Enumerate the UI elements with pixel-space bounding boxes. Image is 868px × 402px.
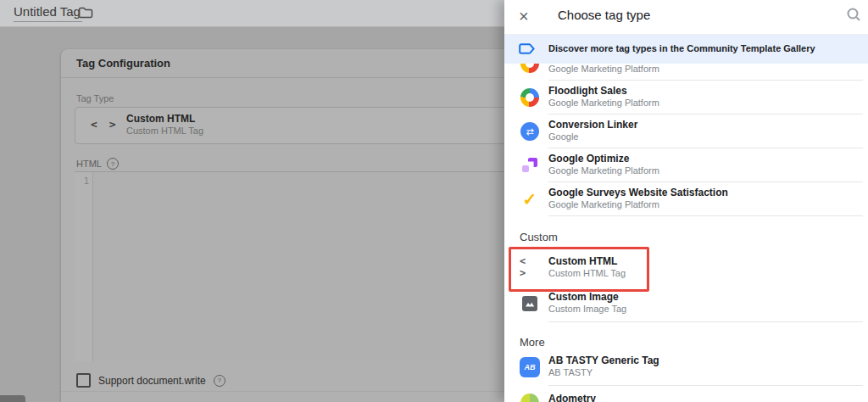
banner-text: Discover more tag types in the Community…: [548, 43, 815, 53]
adometry-icon: [520, 393, 540, 402]
list-item-ab-tasty[interactable]: AB AB TASTY Generic Tag AB TASTY: [504, 350, 868, 386]
editor-line-gutter: 1: [75, 172, 93, 361]
code-icon: < >: [520, 257, 540, 277]
row-divider: [548, 321, 863, 322]
list-item-title: Custom HTML: [548, 255, 617, 267]
code-icon: < >: [91, 118, 118, 131]
section-header-custom: Custom: [520, 231, 558, 243]
list-item-title: Conversion Linker: [548, 119, 637, 131]
row-divider: [548, 80, 863, 81]
line-number: 1: [75, 172, 92, 187]
help-icon[interactable]: ?: [107, 158, 119, 170]
list-item-subtitle: AB TASTY: [548, 367, 593, 377]
list-item-subtitle: Custom HTML Tag: [548, 268, 626, 278]
list-item-google-optimize[interactable]: Google Optimize Google Marketing Platfor…: [504, 148, 868, 182]
list-item-conversion-linker[interactable]: ⇄ Conversion Linker Google: [504, 114, 868, 148]
list-item-custom-image[interactable]: Custom Image Custom Image Tag: [504, 287, 868, 322]
tag-name-input[interactable]: Untitled Tag: [14, 4, 82, 22]
support-document-write-row: Support document.write ?: [76, 373, 225, 388]
support-checkbox[interactable]: [76, 373, 91, 388]
section-header-more: More: [520, 336, 545, 349]
list-item-title: Google Surveys Website Satisfaction: [548, 187, 728, 198]
template-gallery-tag-icon: [519, 42, 536, 59]
close-icon[interactable]: ×: [519, 5, 529, 27]
selected-tag-type-subtitle: Custom HTML Tag: [126, 126, 203, 136]
google-optimize-icon: [520, 155, 540, 176]
support-checkbox-label: Support document.write: [98, 375, 206, 387]
tag-type-label: Tag Type: [76, 93, 114, 103]
image-icon: [520, 293, 540, 314]
search-icon[interactable]: [846, 7, 861, 25]
html-field-label: HTML ?: [76, 158, 119, 170]
conversion-linker-icon: ⇄: [520, 121, 540, 142]
list-item-subtitle: Google Marketing Platform: [548, 64, 659, 74]
list-item-subtitle: Google Marketing Platform: [548, 165, 659, 176]
list-item-title: Adometry: [548, 393, 596, 402]
folder-icon[interactable]: [78, 7, 93, 19]
html-label-text: HTML: [76, 159, 102, 169]
selected-tag-type-title: Custom HTML: [126, 113, 195, 125]
list-item-title: Floodlight Sales: [548, 85, 627, 97]
panel-title: Choose tag type: [558, 8, 650, 22]
surveys-check-icon: ✓: [520, 189, 540, 209]
list-item-floodlight-sales[interactable]: Floodlight Sales Google Marketing Platfo…: [504, 81, 868, 114]
list-item-google-surveys[interactable]: ✓ Google Surveys Website Satisfaction Go…: [504, 182, 868, 216]
help-icon[interactable]: ?: [214, 375, 225, 387]
bottom-left-ui-fragment: [0, 395, 25, 402]
list-item-subtitle: Google Marketing Platform: [548, 199, 659, 209]
list-item-subtitle: Google: [548, 131, 578, 142]
list-item-subtitle: Google Marketing Platform: [548, 98, 659, 108]
floodlight-ring-icon: [520, 87, 540, 108]
gtm-tag-editor-screen: Untitled Tag Tag Configuration Tag Type …: [0, 0, 868, 402]
list-item-adometry-partial[interactable]: Adometry: [504, 386, 868, 402]
card-title: Tag Configuration: [76, 49, 170, 77]
list-item-title: Google Optimize: [548, 153, 629, 165]
list-item-custom-html[interactable]: < > Custom HTML Custom HTML Tag: [504, 249, 868, 285]
list-item-title: Custom Image: [548, 291, 619, 303]
list-item-title: AB TASTY Generic Tag: [548, 355, 659, 366]
panel-header: × Choose tag type: [504, 0, 868, 35]
ab-tasty-icon: AB: [520, 357, 540, 377]
community-gallery-banner[interactable]: Discover more tag types in the Community…: [504, 34, 868, 64]
list-item-subtitle: Custom Image Tag: [548, 304, 626, 314]
row-divider: [548, 215, 863, 216]
choose-tag-type-panel: × Choose tag type Discover more tag type…: [504, 0, 868, 402]
